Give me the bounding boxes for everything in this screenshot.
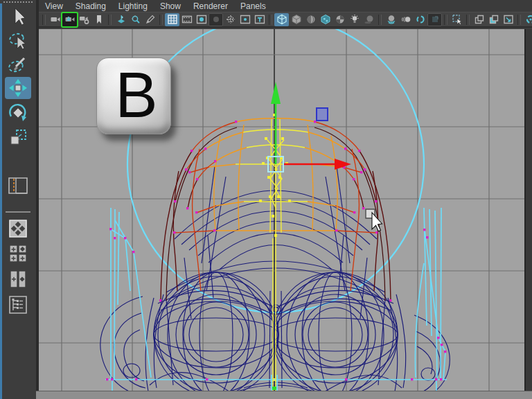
exposure-button[interactable] — [523, 13, 532, 26]
grid-button[interactable] — [165, 13, 179, 26]
lock-camera-button[interactable] — [62, 13, 77, 26]
plane-handle[interactable] — [317, 108, 328, 121]
textured-cube-icon — [320, 14, 331, 25]
safe-title-button[interactable] — [252, 13, 267, 26]
right-eye-wireframe — [273, 272, 398, 391]
ambient-occlusion-icon — [386, 14, 397, 25]
toolbar-divider — [108, 15, 112, 25]
viewport-bottom-border — [36, 391, 532, 399]
paint-select-tool-button[interactable] — [5, 53, 31, 76]
camera-attributes-button[interactable] — [77, 13, 91, 26]
active-panel-highlight — [0, 3, 2, 399]
camera-icon — [50, 14, 61, 25]
menu-view[interactable]: View — [39, 1, 69, 11]
resolution-gate-icon — [196, 14, 207, 25]
wireframe-on-shaded-button[interactable] — [303, 13, 318, 26]
rotate-tool-button[interactable] — [5, 102, 31, 124]
lock-camera-icon — [64, 14, 76, 25]
textured-display-button[interactable] — [318, 13, 332, 26]
exposure-icon — [525, 14, 532, 25]
image-plane-icon — [116, 14, 127, 25]
single-pane-layout-icon — [8, 218, 28, 239]
toolbox-divider — [6, 211, 30, 213]
move-tool-button[interactable] — [5, 77, 31, 99]
scale-tool-icon — [8, 127, 28, 148]
field-chart-button[interactable] — [223, 13, 238, 26]
anti-aliasing-icon — [415, 14, 426, 25]
plane-y-button[interactable] — [486, 13, 501, 26]
single-pane-layout-button[interactable] — [5, 218, 31, 240]
resolution-gate-button[interactable] — [194, 13, 209, 26]
toolbox-drag-handle[interactable] — [3, 1, 33, 3]
toolbar-divider — [466, 15, 470, 25]
four-pane-layout-icon — [8, 243, 28, 264]
bookmark-button[interactable] — [91, 13, 106, 26]
film-gate-icon — [181, 14, 193, 25]
anti-aliasing-button[interactable] — [413, 13, 427, 26]
two-pane-layout-icon — [8, 269, 28, 290]
depth-of-field-icon — [429, 14, 441, 25]
safe-action-icon — [240, 14, 251, 25]
toolbar-divider — [269, 15, 272, 25]
isolate-select-button[interactable] — [450, 13, 464, 26]
layout-editor-icon — [7, 176, 29, 195]
toolbar-divider — [159, 15, 163, 25]
outliner-persp-layout-button[interactable] — [5, 294, 31, 316]
viewport-right-border — [524, 29, 532, 399]
safe-title-icon — [254, 14, 265, 25]
image-plane-button[interactable] — [114, 13, 128, 26]
overlap-squares-icon — [474, 14, 485, 25]
image-output-button[interactable] — [501, 13, 515, 26]
panel-toolbar: 0.00 — [39, 12, 532, 28]
select-camera-button[interactable] — [48, 13, 62, 26]
key-overlay: B — [96, 57, 171, 134]
scale-tool-button[interactable] — [5, 127, 31, 149]
left-eye-wireframe — [154, 272, 278, 391]
toolbar-divider — [378, 15, 382, 25]
toolbar-divider — [444, 15, 447, 25]
wireframe-display-button[interactable] — [274, 13, 289, 26]
shadows-button[interactable] — [362, 13, 376, 26]
key-overlay-letter: B — [115, 63, 157, 127]
checker-sphere-icon — [335, 14, 346, 25]
pan-zoom-button[interactable] — [128, 13, 143, 26]
select-arrow-icon — [8, 7, 28, 28]
light-bulb-icon — [349, 14, 360, 25]
shaded-display-button[interactable] — [289, 13, 303, 26]
lasso-tool-button[interactable] — [5, 30, 31, 52]
lighting-button[interactable] — [347, 13, 362, 26]
ambient-occlusion-button[interactable] — [384, 13, 398, 26]
safe-action-button[interactable] — [238, 13, 252, 26]
field-chart-icon — [225, 14, 236, 25]
use-default-material-button[interactable] — [332, 13, 347, 26]
outliner-layout-icon — [8, 294, 28, 315]
bookmark-icon — [94, 14, 105, 25]
shaded-cube-icon — [291, 14, 302, 25]
menu-renderer[interactable]: Renderer — [187, 1, 234, 11]
select-tool-button[interactable] — [5, 6, 31, 28]
four-pane-layout-button[interactable] — [5, 242, 31, 265]
toolbox-panel — [0, 0, 36, 399]
depth-of-field-button[interactable] — [427, 13, 442, 26]
toolbar-divider — [517, 15, 521, 25]
motion-blur-button[interactable] — [398, 13, 413, 26]
y-axis-arrowhead[interactable] — [271, 82, 281, 104]
viewport[interactable]: B — [39, 29, 524, 391]
menu-shading[interactable]: Shading — [69, 1, 112, 11]
toolbar-divider — [42, 15, 46, 25]
rotate-tool-icon — [8, 103, 28, 123]
maya-window: View Shading Lighting Show Renderer Pane… — [0, 0, 532, 399]
paint-brush-icon — [8, 54, 28, 75]
two-pane-layout-button[interactable] — [5, 268, 31, 290]
gate-mask-button[interactable] — [209, 13, 223, 26]
menu-lighting[interactable]: Lighting — [112, 1, 154, 11]
grid-icon — [167, 14, 178, 25]
grease-pencil-button[interactable] — [143, 13, 157, 26]
layout-editor-button[interactable] — [5, 175, 31, 197]
menu-panels[interactable]: Panels — [234, 1, 272, 11]
image-export-icon — [503, 14, 514, 25]
plane-x-button[interactable] — [472, 13, 486, 26]
menu-show[interactable]: Show — [154, 1, 187, 11]
pan-zoom-icon — [130, 14, 141, 25]
film-gate-button[interactable] — [179, 13, 194, 26]
